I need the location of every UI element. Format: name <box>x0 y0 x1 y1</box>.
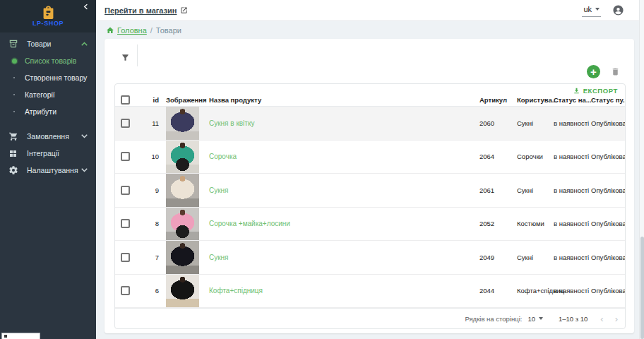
header-sku: Артикул <box>479 96 517 104</box>
row-checkbox[interactable] <box>121 186 130 195</box>
product-thumb[interactable] <box>166 275 199 308</box>
sidebar-item-categories[interactable]: Категорії <box>0 86 96 103</box>
chevron-down-icon <box>81 168 88 172</box>
sidebar-item-create-product[interactable]: Створення товару <box>0 69 96 86</box>
product-name-link[interactable]: Сукня <box>209 254 229 261</box>
add-product-button[interactable]: + <box>587 65 600 78</box>
download-icon <box>573 87 580 95</box>
table-row: 8 Сорочка +майка+лосини 2052 Костюми в н… <box>115 208 625 242</box>
cell-id: 11 <box>142 119 166 127</box>
export-button[interactable]: ЕКСПОРТ <box>573 87 618 94</box>
cell-publish-status: Опубліковано <box>591 153 625 160</box>
product-name-link[interactable]: Сукня <box>209 186 229 194</box>
go-to-store-label: Перейти в магазин <box>105 6 177 15</box>
caret-down-icon <box>595 8 600 11</box>
row-checkbox[interactable] <box>121 152 130 161</box>
header-name: Назва продукту <box>209 96 479 104</box>
next-page-button[interactable]: › <box>615 314 618 323</box>
row-checkbox[interactable] <box>121 286 130 295</box>
sidebar-subitem-label: Список товарів <box>25 56 76 65</box>
header-category: Користува... <box>517 96 554 104</box>
header-stock-status: Статус на... <box>554 96 591 104</box>
products-box-icon <box>8 39 19 49</box>
language-value: uk <box>583 5 592 13</box>
select-all-checkbox[interactable] <box>121 95 130 105</box>
cell-publish-status: Опубліковано <box>591 186 625 194</box>
breadcrumb-home-link[interactable]: Головна <box>106 26 147 35</box>
table-actions: + <box>587 65 620 78</box>
go-to-store-link[interactable]: Перейти в магазин <box>105 6 188 15</box>
product-thumb[interactable] <box>166 174 199 207</box>
cell-stock-status: в наявності <box>554 119 591 127</box>
scrollbar-track[interactable] <box>639 0 644 339</box>
cell-sku: 2061 <box>479 186 517 194</box>
sidebar-collapse-icon[interactable] <box>83 4 89 10</box>
table-footer: Рядків на сторінці: 10 1–10 з 10 ‹ › <box>115 308 625 328</box>
rows-per-page-label: Рядків на сторінці: <box>465 315 522 323</box>
language-select[interactable]: uk <box>582 4 601 17</box>
cell-id: 7 <box>142 254 166 261</box>
trash-icon <box>611 66 620 77</box>
rows-per-page-value: 10 <box>527 315 535 323</box>
product-name-link[interactable]: Сукня в квітку <box>209 119 254 127</box>
cell-publish-status: Опубліковано <box>591 119 625 127</box>
cell-stock-status: в наявності <box>554 287 591 295</box>
prev-page-button[interactable]: ‹ <box>600 314 603 323</box>
row-checkbox[interactable] <box>121 119 130 128</box>
breadcrumb-current: Товари <box>156 26 181 35</box>
product-name-link[interactable]: Кофта+спідниця <box>209 287 263 295</box>
rows-per-page-select[interactable]: 10 <box>527 315 543 323</box>
product-thumb[interactable] <box>166 208 199 241</box>
cell-category: Кофта+спідниц <box>517 287 554 295</box>
sidebar-nav: Товари Список товарів Створення товару К… <box>0 32 96 179</box>
sidebar-item-orders[interactable]: Замовлення <box>0 128 96 145</box>
cell-sku: 2044 <box>479 287 517 295</box>
account-icon[interactable] <box>612 4 624 16</box>
sidebar-item-label: Замовлення <box>27 132 69 141</box>
gear-icon <box>8 165 19 175</box>
sidebar: LP-SHOP Товари Список товарів Створення … <box>0 0 96 339</box>
product-name-link[interactable]: Сорочка +майка+лосини <box>209 220 290 227</box>
product-thumb[interactable] <box>166 141 199 174</box>
caret-down-icon <box>539 317 543 320</box>
sidebar-item-product-list[interactable]: Список товарів <box>0 52 96 69</box>
sidebar-item-label: Інтеграції <box>27 149 59 157</box>
row-checkbox[interactable] <box>121 219 130 228</box>
cell-stock-status: в наявності <box>554 153 591 160</box>
chevron-down-icon <box>81 134 88 138</box>
filter-funnel-icon <box>121 53 130 62</box>
filter-button[interactable] <box>114 47 136 68</box>
table-row: 9 Сукня 2061 Сукні в наявності Опубліков… <box>115 174 625 208</box>
cell-stock-status: в наявності <box>554 220 591 227</box>
row-checkbox[interactable] <box>121 253 130 262</box>
table-row: 11 Сукня в квітку 2060 Сукні в наявності… <box>115 107 625 141</box>
sidebar-subitem-label: Створення товару <box>25 73 87 82</box>
bullet-icon <box>11 94 17 96</box>
sidebar-item-label: Товари <box>27 40 51 48</box>
content-card: + ЕКСПОРТ id Зображення Назва продукту А… <box>105 39 634 333</box>
brand-name: LP-SHOP <box>32 20 64 27</box>
pagination-range: 1–10 з 10 <box>559 315 588 323</box>
breadcrumb: Головна / Товари <box>96 21 644 39</box>
table-body: 11 Сукня в квітку 2060 Сукні в наявності… <box>115 107 625 308</box>
grid-icon <box>8 149 19 158</box>
sidebar-item-settings[interactable]: Налаштування <box>0 162 96 179</box>
product-thumb[interactable] <box>166 241 199 274</box>
cell-sku: 2052 <box>479 220 517 227</box>
bullet-icon <box>11 111 17 113</box>
product-name-link[interactable]: Сорочка <box>209 153 237 160</box>
main-area: Перейти в магазин uk Головна / Товари + <box>96 0 644 339</box>
breadcrumb-home-label: Головна <box>117 26 147 35</box>
product-thumb[interactable] <box>166 107 199 140</box>
header-image: Зображення <box>166 94 209 106</box>
scrollbar-thumb[interactable] <box>640 237 644 339</box>
products-table: ЕКСПОРТ id Зображення Назва продукту Арт… <box>114 83 626 329</box>
cart-icon <box>8 131 19 141</box>
delete-button[interactable] <box>611 66 620 77</box>
sidebar-item-integrations[interactable]: Інтеграції <box>0 145 96 162</box>
external-link-icon <box>180 6 188 14</box>
sidebar-item-attributes[interactable]: Атрибути <box>0 103 96 120</box>
cell-category: Сукні <box>517 119 554 127</box>
sidebar-item-products[interactable]: Товари <box>0 35 96 52</box>
sidebar-subitem-label: Атрибути <box>25 107 56 116</box>
